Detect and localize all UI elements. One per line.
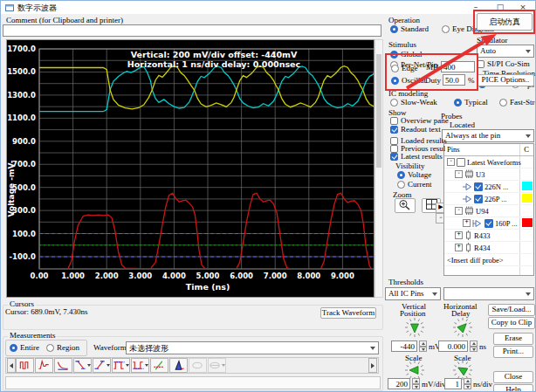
ic-fast-strong-radio[interactable]: Fast-Strong bbox=[499, 98, 536, 107]
pins-row-226p-[interactable]: 226P ... bbox=[444, 193, 533, 205]
thresholds-scope-select[interactable]: All IC Pins bbox=[385, 287, 441, 300]
spice-options-button[interactable]: PICE Options.. bbox=[477, 74, 534, 86]
dropdown-caret-icon bbox=[126, 364, 129, 367]
spinner-arrows[interactable] bbox=[419, 340, 427, 352]
pin-label: 226P ... bbox=[484, 195, 507, 203]
measure-slew-button[interactable] bbox=[150, 358, 168, 373]
measure-pulse-high-button[interactable] bbox=[112, 358, 130, 373]
copy-to-clip-button[interactable]: Copy to Clip bbox=[488, 317, 535, 329]
oscilloscope-display[interactable]: 1700.01500.01300.01100.0900.0700.0500.03… bbox=[6, 39, 375, 298]
pin-visible-checkbox[interactable] bbox=[484, 219, 493, 228]
measurements-toolbar bbox=[5, 357, 379, 374]
ic-slow-weak-radio[interactable]: Slow-Weak bbox=[390, 98, 437, 107]
measure-jitter-button[interactable] bbox=[169, 358, 188, 373]
tree-expander-icon[interactable]: + bbox=[455, 244, 463, 251]
erase-button[interactable]: Erase bbox=[493, 333, 533, 345]
stimulus-label: Stimulus bbox=[388, 40, 416, 49]
measure-fall-time-button[interactable] bbox=[73, 358, 92, 373]
vertical-position-knob[interactable] bbox=[402, 317, 428, 338]
sipi-cosim-checkbox[interactable]: SI/PI Co-Sim bbox=[477, 59, 530, 68]
chevron-down-icon bbox=[370, 347, 375, 350]
oscilloscope-canvas[interactable]: 1700.01500.01300.01100.0900.0700.0500.03… bbox=[7, 40, 374, 297]
pins-row--insert-diff-probe-[interactable]: <Insert diff probe> bbox=[444, 254, 533, 266]
spinner-arrows[interactable] bbox=[464, 378, 471, 389]
tree-expander-icon[interactable]: - bbox=[455, 207, 463, 215]
show-latest-results-checkbox[interactable]: Latest results bbox=[390, 152, 443, 161]
measure-rise-time-button[interactable] bbox=[93, 358, 111, 373]
track-waveform-button[interactable]: Track Waveform bbox=[320, 307, 376, 319]
tree-expander-icon[interactable]: - bbox=[447, 158, 455, 166]
thresholds-value-select[interactable] bbox=[443, 287, 534, 300]
waveform-label: Waveform: bbox=[93, 343, 128, 352]
stimulus-global-radio[interactable]: Global bbox=[390, 50, 423, 58]
waveform-color-swatch[interactable] bbox=[522, 218, 533, 227]
measure-settle-button[interactable] bbox=[54, 358, 72, 373]
frequency-input[interactable]: 400 bbox=[441, 61, 475, 72]
stimulus-oscillator-radio[interactable]: Oscillat bbox=[391, 76, 426, 85]
horizontal-delay-spinner[interactable]: 0.000 ns bbox=[438, 340, 486, 352]
scrollbar-thumb[interactable] bbox=[376, 54, 381, 168]
visibility-voltage-radio[interactable]: Voltage bbox=[397, 170, 431, 179]
print-button[interactable]: Print... bbox=[493, 346, 533, 358]
measure-scroll-right-icon[interactable] bbox=[368, 358, 377, 373]
measure-pulse-low-button[interactable] bbox=[131, 358, 149, 373]
x-tick-label: 2.000 bbox=[95, 272, 119, 280]
pins-row-160p-[interactable]: +160P ... bbox=[444, 217, 533, 230]
close-button[interactable]: × bbox=[512, 1, 533, 14]
pins-row-latest-waveforms[interactable]: -Latest Waveforms bbox=[444, 156, 533, 168]
horizontal-scale-spinner[interactable]: 1 ns/div bbox=[444, 378, 492, 389]
show-readout-text-checkbox[interactable]: Readout text bbox=[390, 125, 441, 134]
stimulus-edge-radio[interactable]: Edge bbox=[391, 64, 418, 72]
measure-overshoot-button[interactable] bbox=[35, 358, 53, 373]
vertical-scale-spinner[interactable]: 200 mV/div bbox=[388, 378, 446, 389]
zoom-in-button[interactable] bbox=[395, 198, 416, 213]
pins-row-226n-[interactable]: 226N ... bbox=[444, 181, 533, 193]
waveform-select[interactable]: 未选择波形 bbox=[126, 341, 379, 354]
measure-period-button[interactable] bbox=[16, 358, 34, 373]
chevron-down-icon bbox=[526, 292, 531, 296]
vertical-position-spinner[interactable]: -440 mV bbox=[391, 340, 441, 352]
help-button[interactable]: Help bbox=[493, 384, 533, 392]
title-bar: 数字示波器 – □ × bbox=[1, 1, 535, 14]
pin-visible-checkbox[interactable] bbox=[474, 182, 483, 191]
minimize-button[interactable]: – bbox=[465, 1, 486, 14]
chevron-down-icon bbox=[526, 134, 531, 138]
spinner-arrows[interactable] bbox=[470, 340, 478, 352]
measure-entire-radio[interactable]: Entire bbox=[10, 343, 39, 352]
duty-input[interactable]: 50.0 bbox=[443, 74, 465, 86]
comment-input[interactable] bbox=[3, 24, 381, 37]
pins-row-u94[interactable]: -U94 bbox=[444, 205, 533, 217]
save-load-button[interactable]: Save/Load... bbox=[488, 304, 535, 316]
measure-scroll-left-icon[interactable] bbox=[7, 358, 16, 373]
waveform-color-swatch[interactable] bbox=[522, 182, 533, 190]
visibility-current-radio[interactable]: Current bbox=[397, 180, 432, 189]
spinner-arrows[interactable] bbox=[412, 378, 420, 389]
pins-row-r434[interactable]: +R434 bbox=[444, 242, 533, 254]
resistor-icon bbox=[464, 230, 472, 240]
arrow-left-icon bbox=[10, 363, 13, 368]
measure-eye-mask-button[interactable] bbox=[208, 358, 226, 373]
start-simulation-button[interactable]: 启动仿真 bbox=[477, 13, 533, 31]
tree-expander-icon[interactable]: + bbox=[455, 231, 463, 239]
dial-icon bbox=[450, 317, 476, 338]
resistor-icon bbox=[464, 243, 472, 252]
pins-row-u3[interactable]: -U3 bbox=[444, 168, 533, 181]
measure-region-radio[interactable]: Region bbox=[46, 343, 79, 352]
measure-ellipse-button[interactable] bbox=[189, 358, 207, 373]
pin-visible-checkbox[interactable] bbox=[457, 158, 465, 167]
tree-expander-icon[interactable]: - bbox=[455, 170, 463, 178]
show-overview-pane-checkbox[interactable]: Overview pane bbox=[390, 116, 449, 125]
waveform-color-swatch[interactable] bbox=[522, 194, 533, 203]
probes-located-select[interactable]: Always at the pin bbox=[442, 129, 534, 142]
pins-row-r433[interactable]: +R433 bbox=[444, 230, 533, 242]
pin-visible-checkbox[interactable] bbox=[474, 195, 483, 203]
horizontal-delay-knob[interactable] bbox=[450, 317, 476, 338]
operation-standard-radio[interactable]: Standard bbox=[390, 24, 429, 33]
plot-vertical-scrollbar[interactable] bbox=[375, 39, 383, 298]
ic-typical-radio[interactable]: Typical bbox=[454, 98, 488, 107]
simulator-select[interactable]: Auto bbox=[477, 45, 534, 58]
maximize-button[interactable]: □ bbox=[490, 1, 511, 14]
close-dialog-button[interactable]: Close bbox=[493, 371, 533, 383]
y-tick-label: 500.0 bbox=[12, 183, 36, 192]
tree-expander-icon[interactable]: + bbox=[463, 219, 471, 227]
